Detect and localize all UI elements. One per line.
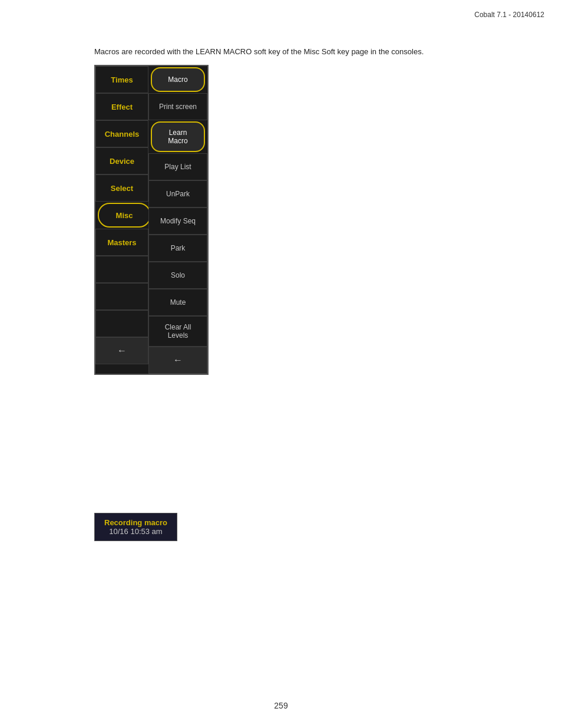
right-btn-solo[interactable]: Solo	[148, 262, 207, 289]
sidebar-item-misc[interactable]: Misc	[98, 203, 151, 228]
page-header: Cobalt 7.1 - 20140612	[474, 11, 544, 19]
right-column: Macro Print screen Learn Macro Play List…	[148, 66, 207, 374]
recording-time: 10/16 10:53 am	[104, 527, 167, 536]
sidebar-item-effect[interactable]: Effect	[95, 93, 148, 120]
right-btn-clear-all-levels[interactable]: Clear All Levels	[148, 316, 207, 347]
right-btn-print-screen[interactable]: Print screen	[148, 93, 207, 120]
right-btn-learn-macro[interactable]: Learn Macro	[151, 121, 205, 152]
sidebar-item-empty-2	[95, 283, 148, 310]
right-btn-back[interactable]: ←	[148, 347, 207, 374]
recording-box: Recording macro 10/16 10:53 am	[94, 513, 177, 541]
sidebar-item-times[interactable]: Times	[95, 66, 148, 93]
right-btn-play-list[interactable]: Play List	[148, 153, 207, 180]
description-text: Macros are recorded with the LEARN MACRO…	[94, 47, 424, 56]
sidebar-item-empty-1	[95, 256, 148, 283]
sidebar-item-device[interactable]: Device	[95, 147, 148, 174]
sidebar-item-select[interactable]: Select	[95, 174, 148, 202]
sidebar-item-back[interactable]: ←	[95, 337, 148, 364]
right-btn-unpark[interactable]: UnPark	[148, 180, 207, 207]
right-btn-macro[interactable]: Macro	[151, 67, 205, 92]
recording-title: Recording macro	[104, 518, 167, 527]
sidebar-item-masters[interactable]: Masters	[95, 229, 148, 256]
sidebar-item-empty-3	[95, 310, 148, 337]
page-number: 259	[274, 701, 287, 710]
panel-container: Times Effect Channels Device Select Misc…	[94, 65, 209, 375]
right-btn-park[interactable]: Park	[148, 235, 207, 262]
left-column: Times Effect Channels Device Select Misc…	[95, 66, 148, 374]
right-btn-mute[interactable]: Mute	[148, 289, 207, 316]
sidebar-item-channels[interactable]: Channels	[95, 120, 148, 147]
right-btn-modify-seq[interactable]: Modify Seq	[148, 207, 207, 235]
